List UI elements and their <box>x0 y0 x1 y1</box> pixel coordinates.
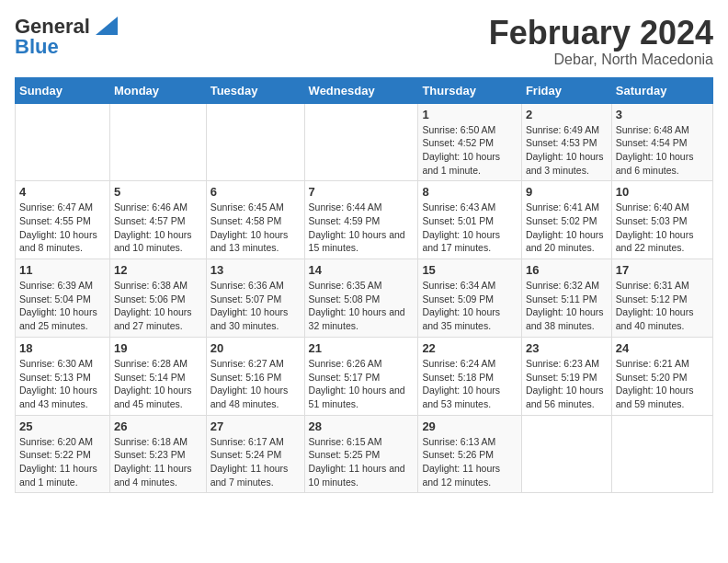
col-header-saturday: Saturday <box>611 77 712 103</box>
day-info: Sunrise: 6:45 AM Sunset: 4:58 PM Dayligh… <box>210 201 301 255</box>
day-info: Sunrise: 6:30 AM Sunset: 5:13 PM Dayligh… <box>19 357 106 411</box>
day-info: Sunrise: 6:46 AM Sunset: 4:57 PM Dayligh… <box>114 201 202 255</box>
day-number: 12 <box>114 263 202 277</box>
day-info: Sunrise: 6:24 AM Sunset: 5:18 PM Dayligh… <box>422 357 518 411</box>
calendar-cell: 11Sunrise: 6:39 AM Sunset: 5:04 PM Dayli… <box>16 259 110 338</box>
day-number: 16 <box>526 263 608 277</box>
calendar-week-row: 4Sunrise: 6:47 AM Sunset: 4:55 PM Daylig… <box>16 181 713 259</box>
day-info: Sunrise: 6:20 AM Sunset: 5:22 PM Dayligh… <box>19 435 106 489</box>
day-info: Sunrise: 6:32 AM Sunset: 5:11 PM Dayligh… <box>526 279 608 333</box>
col-header-monday: Monday <box>109 77 206 103</box>
calendar-cell: 4Sunrise: 6:47 AM Sunset: 4:55 PM Daylig… <box>16 181 110 259</box>
calendar-cell <box>611 415 712 493</box>
col-header-wednesday: Wednesday <box>304 77 418 103</box>
calendar-cell: 18Sunrise: 6:30 AM Sunset: 5:13 PM Dayli… <box>16 337 110 415</box>
calendar-cell <box>206 103 304 181</box>
calendar-cell: 19Sunrise: 6:28 AM Sunset: 5:14 PM Dayli… <box>109 337 206 415</box>
calendar-cell: 12Sunrise: 6:38 AM Sunset: 5:06 PM Dayli… <box>109 259 206 338</box>
day-number: 20 <box>210 341 301 355</box>
day-info: Sunrise: 6:43 AM Sunset: 5:01 PM Dayligh… <box>422 201 518 255</box>
day-info: Sunrise: 6:48 AM Sunset: 4:54 PM Dayligh… <box>616 123 709 178</box>
day-number: 25 <box>19 419 106 433</box>
day-info: Sunrise: 6:28 AM Sunset: 5:14 PM Dayligh… <box>114 357 202 411</box>
calendar-week-row: 11Sunrise: 6:39 AM Sunset: 5:04 PM Dayli… <box>16 259 713 338</box>
day-info: Sunrise: 6:39 AM Sunset: 5:04 PM Dayligh… <box>19 279 106 333</box>
day-number: 5 <box>114 185 202 199</box>
day-number: 9 <box>526 185 608 199</box>
calendar-cell: 3Sunrise: 6:48 AM Sunset: 4:54 PM Daylig… <box>611 103 712 181</box>
day-info: Sunrise: 6:26 AM Sunset: 5:17 PM Dayligh… <box>309 357 415 411</box>
day-info: Sunrise: 6:21 AM Sunset: 5:20 PM Dayligh… <box>616 357 709 411</box>
calendar-cell <box>521 415 611 493</box>
calendar-table: SundayMondayTuesdayWednesdayThursdayFrid… <box>15 77 713 494</box>
day-number: 7 <box>309 185 415 199</box>
day-number: 4 <box>19 185 106 199</box>
calendar-cell <box>304 103 418 181</box>
day-number: 13 <box>210 263 301 277</box>
calendar-cell: 25Sunrise: 6:20 AM Sunset: 5:22 PM Dayli… <box>16 415 110 493</box>
calendar-cell <box>109 103 206 181</box>
calendar-week-row: 25Sunrise: 6:20 AM Sunset: 5:22 PM Dayli… <box>16 415 713 493</box>
day-info: Sunrise: 6:38 AM Sunset: 5:06 PM Dayligh… <box>114 279 202 333</box>
calendar-cell: 21Sunrise: 6:26 AM Sunset: 5:17 PM Dayli… <box>304 337 418 415</box>
day-number: 6 <box>210 185 301 199</box>
day-info: Sunrise: 6:31 AM Sunset: 5:12 PM Dayligh… <box>616 279 709 333</box>
day-info: Sunrise: 6:40 AM Sunset: 5:03 PM Dayligh… <box>616 201 709 255</box>
day-number: 24 <box>616 341 709 355</box>
calendar-cell: 9Sunrise: 6:41 AM Sunset: 5:02 PM Daylig… <box>521 181 611 259</box>
logo-blue-text: Blue <box>15 35 59 59</box>
calendar-cell: 2Sunrise: 6:49 AM Sunset: 4:53 PM Daylig… <box>521 103 611 181</box>
day-info: Sunrise: 6:34 AM Sunset: 5:09 PM Dayligh… <box>422 279 518 333</box>
calendar-cell: 23Sunrise: 6:23 AM Sunset: 5:19 PM Dayli… <box>521 337 611 415</box>
calendar-cell: 15Sunrise: 6:34 AM Sunset: 5:09 PM Dayli… <box>418 259 522 338</box>
day-number: 15 <box>422 263 518 277</box>
day-info: Sunrise: 6:50 AM Sunset: 4:52 PM Dayligh… <box>422 123 518 178</box>
calendar-cell <box>16 103 110 181</box>
day-number: 22 <box>422 341 518 355</box>
calendar-week-row: 18Sunrise: 6:30 AM Sunset: 5:13 PM Dayli… <box>16 337 713 415</box>
day-number: 26 <box>114 419 202 433</box>
day-number: 2 <box>526 108 608 121</box>
day-info: Sunrise: 6:17 AM Sunset: 5:24 PM Dayligh… <box>210 435 301 489</box>
day-info: Sunrise: 6:27 AM Sunset: 5:16 PM Dayligh… <box>210 357 301 411</box>
calendar-cell: 8Sunrise: 6:43 AM Sunset: 5:01 PM Daylig… <box>418 181 522 259</box>
col-header-tuesday: Tuesday <box>206 77 304 103</box>
calendar-cell: 14Sunrise: 6:35 AM Sunset: 5:08 PM Dayli… <box>304 259 418 338</box>
day-number: 10 <box>616 185 709 199</box>
logo: General Blue <box>15 15 118 59</box>
day-info: Sunrise: 6:35 AM Sunset: 5:08 PM Dayligh… <box>309 279 415 333</box>
calendar-cell: 20Sunrise: 6:27 AM Sunset: 5:16 PM Dayli… <box>206 337 304 415</box>
col-header-thursday: Thursday <box>418 77 522 103</box>
day-number: 14 <box>309 263 415 277</box>
calendar-header-row: SundayMondayTuesdayWednesdayThursdayFrid… <box>16 77 713 103</box>
calendar-cell: 26Sunrise: 6:18 AM Sunset: 5:23 PM Dayli… <box>109 415 206 493</box>
calendar-cell: 13Sunrise: 6:36 AM Sunset: 5:07 PM Dayli… <box>206 259 304 338</box>
svg-marker-0 <box>96 17 118 35</box>
calendar-cell: 24Sunrise: 6:21 AM Sunset: 5:20 PM Dayli… <box>611 337 712 415</box>
title-area: February 2024 Debar, North Macedonia <box>489 15 713 68</box>
day-number: 8 <box>422 185 518 199</box>
calendar-cell: 28Sunrise: 6:15 AM Sunset: 5:25 PM Dayli… <box>304 415 418 493</box>
day-number: 17 <box>616 263 709 277</box>
day-number: 3 <box>616 108 709 121</box>
day-info: Sunrise: 6:44 AM Sunset: 4:59 PM Dayligh… <box>309 201 415 255</box>
calendar-cell: 10Sunrise: 6:40 AM Sunset: 5:03 PM Dayli… <box>611 181 712 259</box>
calendar-cell: 22Sunrise: 6:24 AM Sunset: 5:18 PM Dayli… <box>418 337 522 415</box>
day-info: Sunrise: 6:36 AM Sunset: 5:07 PM Dayligh… <box>210 279 301 333</box>
day-number: 1 <box>422 108 518 121</box>
day-info: Sunrise: 6:15 AM Sunset: 5:25 PM Dayligh… <box>309 435 415 489</box>
sub-title: Debar, North Macedonia <box>489 52 713 68</box>
page-header: General Blue February 2024 Debar, North … <box>15 15 713 68</box>
calendar-cell: 5Sunrise: 6:46 AM Sunset: 4:57 PM Daylig… <box>109 181 206 259</box>
day-info: Sunrise: 6:41 AM Sunset: 5:02 PM Dayligh… <box>526 201 608 255</box>
calendar-cell: 7Sunrise: 6:44 AM Sunset: 4:59 PM Daylig… <box>304 181 418 259</box>
calendar-cell: 17Sunrise: 6:31 AM Sunset: 5:12 PM Dayli… <box>611 259 712 338</box>
day-number: 18 <box>19 341 106 355</box>
day-number: 29 <box>422 419 518 433</box>
day-number: 19 <box>114 341 202 355</box>
day-number: 23 <box>526 341 608 355</box>
calendar-cell: 6Sunrise: 6:45 AM Sunset: 4:58 PM Daylig… <box>206 181 304 259</box>
day-info: Sunrise: 6:47 AM Sunset: 4:55 PM Dayligh… <box>19 201 106 255</box>
logo-triangle-icon <box>92 17 118 37</box>
day-number: 27 <box>210 419 301 433</box>
